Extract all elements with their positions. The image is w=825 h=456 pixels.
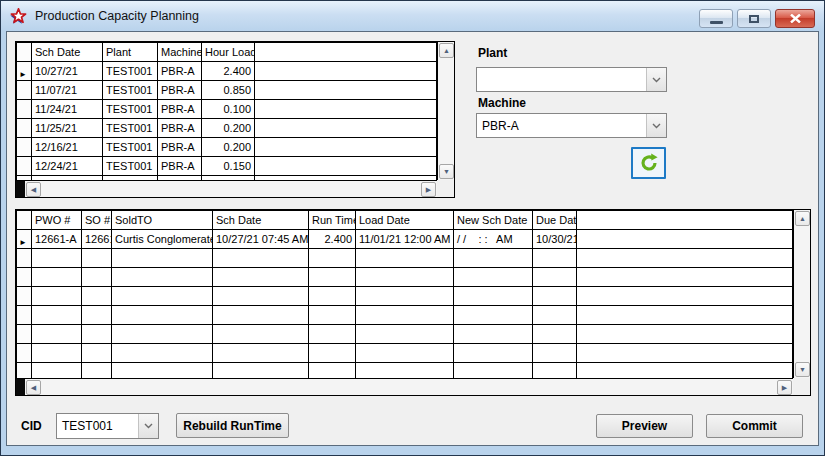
column-header[interactable]: Plant [103, 43, 158, 62]
scroll-up-icon[interactable]: ▲ [439, 43, 454, 58]
cell[interactable] [32, 268, 82, 287]
close-button[interactable] [775, 9, 815, 28]
cell[interactable] [112, 268, 213, 287]
cell[interactable] [533, 325, 577, 344]
cell[interactable] [32, 306, 82, 325]
cell[interactable]: PBR-A [158, 119, 202, 138]
table-row[interactable] [17, 344, 793, 363]
cell[interactable]: TEST001 [103, 100, 158, 119]
preview-button[interactable]: Preview [596, 414, 693, 438]
table-row[interactable]: 12/16/21TEST001PBR-A0.200 [17, 138, 437, 157]
cell[interactable] [356, 363, 454, 379]
scroll-track[interactable] [42, 379, 776, 395]
cell[interactable] [112, 306, 213, 325]
rebuild-runtime-button[interactable]: Rebuild RunTime [176, 413, 289, 438]
cell[interactable]: 11/24/21 [32, 100, 103, 119]
cell[interactable] [213, 344, 309, 363]
column-header[interactable]: New Sch Date [454, 211, 533, 230]
cell[interactable]: PBR-A [158, 81, 202, 100]
cell[interactable]: 11/01/21 12:00 AM [356, 230, 454, 249]
vertical-scrollbar[interactable]: ▲ ▼ [793, 210, 810, 378]
row-selector[interactable] [17, 138, 32, 157]
cell[interactable] [309, 268, 356, 287]
scroll-left-icon[interactable]: ◀ [26, 182, 41, 197]
horizontal-scrollbar[interactable]: ◀ ▶ [16, 180, 437, 197]
table-row[interactable] [17, 268, 793, 287]
cell[interactable]: 10/27/21 [32, 62, 103, 81]
cell[interactable]: 0.200 [202, 138, 255, 157]
cell[interactable] [82, 344, 112, 363]
row-selector[interactable] [17, 325, 32, 344]
machine-dropdown-button[interactable] [646, 114, 666, 137]
column-header[interactable]: PWO # [32, 211, 82, 230]
commit-button[interactable]: Commit [706, 414, 803, 438]
cell[interactable] [533, 287, 577, 306]
horizontal-scrollbar[interactable]: ◀ ▶ [16, 378, 793, 395]
cell[interactable]: Curtis Conglomerates [112, 230, 213, 249]
column-header[interactable]: Machine [158, 43, 202, 62]
table-row[interactable]: 12661-A12661Curtis Conglomerates10/27/21… [17, 230, 793, 249]
cid-combobox[interactable]: TEST001 [56, 413, 159, 439]
cell[interactable] [309, 344, 356, 363]
cell[interactable] [533, 249, 577, 268]
cell[interactable] [533, 363, 577, 379]
row-selector[interactable] [17, 249, 32, 268]
row-selector[interactable] [17, 81, 32, 100]
cell[interactable]: 0.150 [202, 157, 255, 176]
cell[interactable] [356, 306, 454, 325]
row-selector[interactable] [17, 306, 32, 325]
cell[interactable]: 12661-A [32, 230, 82, 249]
cell[interactable] [32, 325, 82, 344]
table-row[interactable]: 11/07/21TEST001PBR-A0.850 [17, 81, 437, 100]
cell[interactable] [356, 249, 454, 268]
column-header[interactable]: SO # [82, 211, 112, 230]
row-selector[interactable] [17, 119, 32, 138]
row-selector[interactable] [17, 287, 32, 306]
cell[interactable]: / / : : AM [454, 230, 533, 249]
cell[interactable]: TEST001 [103, 81, 158, 100]
scroll-down-icon[interactable]: ▼ [439, 164, 454, 179]
cell[interactable] [82, 249, 112, 268]
table-row[interactable] [17, 363, 793, 379]
cell[interactable] [309, 363, 356, 379]
cell[interactable] [82, 325, 112, 344]
vertical-scrollbar[interactable]: ▲ ▼ [437, 42, 454, 180]
row-selector[interactable] [17, 344, 32, 363]
row-selector[interactable] [17, 363, 32, 379]
cell[interactable] [82, 306, 112, 325]
row-selector[interactable] [17, 268, 32, 287]
cell[interactable] [309, 325, 356, 344]
cell[interactable] [112, 344, 213, 363]
cell[interactable] [356, 344, 454, 363]
cell[interactable]: PBR-A [158, 157, 202, 176]
cell[interactable]: 2.400 [309, 230, 356, 249]
maximize-button[interactable] [737, 9, 771, 28]
scroll-up-icon[interactable]: ▲ [795, 211, 810, 226]
table-row[interactable]: 11/25/21TEST001PBR-A0.200 [17, 119, 437, 138]
cell[interactable]: PBR-A [158, 138, 202, 157]
cell[interactable] [112, 249, 213, 268]
cell[interactable] [454, 268, 533, 287]
table-row[interactable]: 12/24/21TEST001PBR-A0.150 [17, 157, 437, 176]
cell[interactable]: 12/24/21 [32, 157, 103, 176]
cell[interactable]: 11/25/21 [32, 119, 103, 138]
current-row-marker[interactable] [17, 62, 32, 81]
table-row[interactable]: 11/24/21TEST001PBR-A0.100 [17, 100, 437, 119]
table-row[interactable] [17, 306, 793, 325]
table-row[interactable] [17, 249, 793, 268]
scroll-right-icon[interactable]: ▶ [421, 182, 436, 197]
minimize-button[interactable] [699, 9, 733, 28]
cell[interactable] [356, 325, 454, 344]
column-header[interactable]: Hour Load [202, 43, 255, 62]
cell[interactable] [454, 325, 533, 344]
cell[interactable] [454, 363, 533, 379]
cell[interactable]: 12/16/21 [32, 138, 103, 157]
cell[interactable] [533, 344, 577, 363]
cell[interactable] [533, 306, 577, 325]
cell[interactable] [213, 325, 309, 344]
cell[interactable] [533, 268, 577, 287]
cell[interactable] [213, 306, 309, 325]
row-selector[interactable] [17, 157, 32, 176]
cell[interactable] [82, 268, 112, 287]
cell[interactable] [112, 363, 213, 379]
